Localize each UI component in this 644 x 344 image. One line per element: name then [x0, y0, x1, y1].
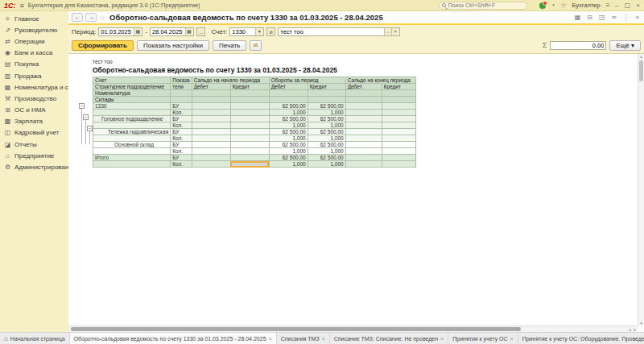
row-group-name[interactable]: Тележка гидравлическая [93, 129, 171, 135]
value-cell[interactable] [382, 135, 415, 142]
value-cell[interactable] [230, 161, 269, 168]
maximize-icon[interactable]: ▢ [625, 2, 631, 9]
value-cell[interactable] [230, 110, 269, 116]
value-cell[interactable] [192, 142, 230, 148]
value-cell[interactable] [382, 103, 415, 110]
value-cell[interactable] [230, 135, 269, 142]
row-group-name[interactable]: Основной склад [93, 142, 171, 148]
row-indicator[interactable]: Кол. [171, 110, 192, 116]
taskbar-tab-3[interactable]: Списание ТМЗ: Списание. Не проведен× [330, 333, 448, 344]
value-cell[interactable] [345, 122, 382, 129]
row-indicator[interactable]: Кол. [171, 161, 192, 168]
value-cell[interactable] [230, 148, 269, 155]
value-cell[interactable] [230, 129, 269, 135]
account-field[interactable]: ▾ [229, 27, 264, 36]
value-cell[interactable]: 62 500,00 [308, 116, 345, 122]
forward-button[interactable]: → [85, 13, 97, 22]
value-cell[interactable]: 62 500,00 [308, 155, 345, 161]
value-cell[interactable] [382, 161, 415, 168]
sidebar-item-2[interactable]: ⇄Операции [0, 35, 68, 47]
favorite-star-icon[interactable]: ☆ [99, 14, 105, 22]
sidebar-item-10[interactable]: ◫Кадровый учет [0, 127, 68, 139]
value-cell[interactable] [230, 122, 269, 129]
sidebar-item-6[interactable]: ▦Номенклатура и склад [0, 81, 68, 93]
chevron-down-icon[interactable]: ▾ [255, 28, 262, 35]
print-button[interactable]: Печать [213, 40, 246, 51]
row-group-name[interactable] [93, 122, 171, 129]
collapse-group-icon[interactable]: − [83, 114, 89, 120]
tab-close-icon[interactable]: × [322, 336, 325, 342]
sidebar-item-4[interactable]: ▤Покупка [0, 59, 68, 70]
save-view-icon[interactable]: ▦ [575, 14, 581, 21]
value-cell[interactable] [192, 122, 230, 129]
value-cell[interactable] [345, 103, 382, 110]
taskbar-tab-2[interactable]: Списания ТМЗ× [277, 333, 330, 344]
value-cell[interactable] [192, 135, 230, 142]
account-open-icon[interactable]: ⌀ [266, 27, 275, 36]
row-indicator[interactable]: Кол. [171, 122, 192, 129]
horizontal-scrollbar[interactable]: ◂ ▸ [68, 325, 638, 332]
value-cell[interactable]: 62 500,00 [308, 142, 345, 148]
value-cell[interactable] [382, 122, 415, 129]
value-cell[interactable]: 62 500,00 [269, 103, 308, 110]
value-cell[interactable]: 1,000 [269, 135, 308, 142]
value-cell[interactable] [382, 110, 415, 116]
value-cell[interactable] [192, 155, 230, 161]
account-input[interactable] [231, 28, 255, 35]
sidebar-item-3[interactable]: ◉Банк и касса [0, 48, 68, 59]
value-cell[interactable]: 1,000 [269, 148, 308, 155]
calendar-icon[interactable]: ▦ [134, 28, 141, 35]
taskbar-tab-5[interactable]: Принятие к учету ОС: Оборудование. Прове… [518, 333, 644, 344]
row-group-name[interactable]: 1330 [93, 103, 171, 110]
period-to-field[interactable]: ▦ [150, 27, 194, 36]
tab-close-icon[interactable]: × [510, 336, 514, 342]
discussions-icon[interactable] [539, 2, 546, 9]
tab-close-icon[interactable]: × [440, 336, 444, 342]
value-cell[interactable]: 1,000 [308, 135, 345, 142]
show-settings-button[interactable]: Показать настройки [137, 40, 209, 51]
value-cell[interactable] [382, 129, 415, 135]
print-icon[interactable]: ⊟ [587, 14, 592, 21]
preview-icon[interactable]: ◳ [599, 14, 605, 21]
value-cell[interactable] [192, 129, 230, 135]
sidebar-item-0[interactable]: ≡Главное [0, 13, 68, 24]
value-cell[interactable]: 1,000 [269, 110, 308, 116]
minimize-icon[interactable]: – [615, 2, 618, 9]
back-button[interactable]: ← [72, 13, 83, 22]
organization-dots-icon[interactable]: ... [384, 28, 391, 35]
value-cell[interactable] [345, 135, 382, 142]
favorites-star-icon[interactable]: ☆ [560, 2, 566, 9]
sidebar-item-8[interactable]: ⊞ОС и НМА [0, 105, 68, 116]
row-group-name[interactable]: Итого [93, 155, 171, 161]
form-close-icon[interactable]: × [635, 14, 639, 21]
scroll-up-icon[interactable]: ▴ [640, 54, 642, 59]
taskbar-tab-1[interactable]: Оборотно-сальдовая ведомость по счету 13… [70, 333, 277, 344]
collapse-group-icon[interactable]: − [87, 126, 93, 131]
row-indicator[interactable]: БУ [171, 142, 192, 148]
get-link-icon[interactable]: ∞ [612, 14, 617, 21]
value-cell[interactable] [345, 116, 382, 122]
period-dots-button[interactable]: ... [196, 27, 205, 36]
value-cell[interactable] [345, 148, 382, 155]
global-search-input[interactable] [439, 2, 527, 10]
value-cell[interactable]: 62 500,00 [269, 155, 308, 161]
row-indicator[interactable]: БУ [171, 116, 192, 122]
value-cell[interactable]: 62 500,00 [308, 103, 345, 110]
period-from-field[interactable]: ▦ [98, 27, 142, 36]
value-cell[interactable]: 62 500,00 [269, 129, 308, 135]
generate-button[interactable]: Сформировать [72, 40, 134, 51]
tab-close-icon[interactable]: × [269, 336, 272, 342]
vertical-scroll-thumb[interactable] [639, 60, 643, 81]
organization-clear-icon[interactable]: × [391, 28, 398, 35]
collapse-group-icon[interactable]: − [79, 103, 85, 109]
sidebar-item-7[interactable]: ⚒Производство [0, 93, 68, 104]
value-cell[interactable] [192, 148, 230, 155]
value-cell[interactable] [345, 129, 382, 135]
value-cell[interactable]: 1,000 [269, 122, 308, 129]
sidebar-item-1[interactable]: ⇗Руководителю [0, 24, 68, 35]
send-email-icon[interactable]: ✉ [250, 40, 262, 51]
current-user[interactable]: Бухгалтер [572, 2, 601, 9]
row-indicator[interactable]: БУ [171, 129, 192, 135]
value-cell[interactable] [230, 116, 269, 122]
value-cell[interactable] [382, 116, 415, 122]
